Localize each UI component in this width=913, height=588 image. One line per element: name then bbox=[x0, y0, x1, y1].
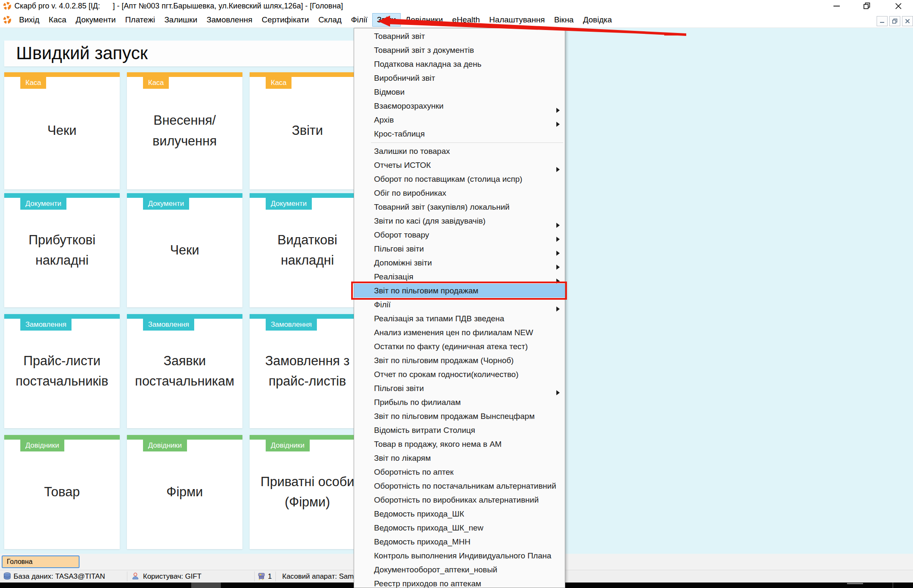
tile-Приватні особи (Фірми)[interactable]: ДовідникиПриватні особи (Фірми) bbox=[250, 435, 365, 549]
tile-Прайс-листи постачальників[interactable]: ЗамовленняПрайс-листи постачальників bbox=[4, 314, 120, 428]
menubar-item-Довідка[interactable]: Довідка bbox=[578, 13, 616, 27]
tile-category-bar bbox=[4, 435, 120, 440]
tile-label: Внесення/вилучення bbox=[131, 77, 238, 185]
menu-item[interactable]: Реестр приходов по аптекам bbox=[354, 577, 565, 588]
menu-item[interactable]: Податкова накладна за день bbox=[354, 57, 565, 71]
menu-item[interactable]: Ведомость прихода_ШК bbox=[354, 507, 565, 521]
menubar-item-eHealth[interactable]: eHealth bbox=[448, 13, 485, 27]
database-icon bbox=[3, 572, 11, 580]
menu-item[interactable]: Взаєморозрахунки bbox=[354, 99, 565, 113]
menu-item[interactable]: Звіт по пільговим продажам (Чорноб) bbox=[354, 353, 565, 367]
menu-item-label: Ведомость прихода_ШК_new bbox=[374, 523, 484, 532]
tile-Видаткові накладні[interactable]: ДокументиВидаткові накладні bbox=[250, 193, 365, 307]
minimize-button[interactable] bbox=[827, 0, 846, 12]
tile-Прибуткові накладні[interactable]: ДокументиПрибуткові накладні bbox=[4, 193, 120, 307]
menubar-item-Вікна[interactable]: Вікна bbox=[550, 13, 578, 27]
menubar-items: ВихідКасаДокументиПлатежіЗалишкиЗамовлен… bbox=[14, 12, 616, 28]
menu-item[interactable]: Крос-таблиця bbox=[354, 127, 565, 141]
app-logo-icon bbox=[3, 2, 11, 10]
menu-item-label: Крос-таблиця bbox=[374, 129, 425, 138]
menu-item[interactable]: Ведомость прихода_МНН bbox=[354, 535, 565, 549]
taskbar-app-button[interactable] bbox=[191, 583, 221, 588]
menubar-item-Сертифікати[interactable]: Сертифікати bbox=[257, 13, 314, 27]
tile-Фірми[interactable]: ДовідникиФірми bbox=[127, 435, 242, 549]
menu-item-label: Обіг по виробниках bbox=[374, 189, 446, 197]
menubar-item-Замовлення[interactable]: Замовлення bbox=[202, 13, 257, 27]
menu-item[interactable]: Ведомость прихода_ШК_new bbox=[354, 521, 565, 535]
menu-item[interactable]: Товарний звіт bbox=[354, 29, 565, 43]
menu-item[interactable]: Документооборот_аптеки_новый bbox=[354, 563, 565, 577]
taskbar-divider bbox=[893, 583, 893, 588]
menu-item[interactable]: Звіт по лікарям bbox=[354, 451, 565, 465]
menubar-item-Склад[interactable]: Склад bbox=[314, 13, 346, 27]
tab-home[interactable]: Головна bbox=[2, 555, 80, 568]
menu-item[interactable]: Товарний звіт з документів bbox=[354, 43, 565, 57]
menu-item-label: Контроль выполнения Индивидуального План… bbox=[374, 551, 551, 560]
mdi-restore-button[interactable] bbox=[889, 16, 900, 26]
tile-Чеки[interactable]: ДокументиЧеки bbox=[127, 193, 242, 307]
mdi-close-button[interactable] bbox=[902, 16, 913, 26]
tile-Чеки[interactable]: КасаЧеки bbox=[4, 72, 120, 189]
menu-item[interactable]: Оборотність по аптек bbox=[354, 465, 565, 479]
status-separator bbox=[254, 572, 255, 581]
menubar-item-Звіти[interactable]: Звіти bbox=[372, 13, 401, 27]
restore-button[interactable] bbox=[857, 0, 877, 12]
menubar-item-Вихід[interactable]: Вихід bbox=[14, 13, 44, 27]
menu-item[interactable]: Відмови bbox=[354, 85, 565, 99]
menu-item[interactable]: Допоміжні звіти bbox=[354, 256, 565, 270]
status-register-count: 1 bbox=[268, 572, 272, 581]
menu-item[interactable]: Отчеты ИСТОК bbox=[354, 158, 565, 172]
menubar-item-Довідники[interactable]: Довідники bbox=[401, 13, 448, 27]
menu-item[interactable]: Оборотність по виробниках альтернативний bbox=[354, 493, 565, 507]
menu-bar: ВихідКасаДокументиПлатежіЗалишкиЗамовлен… bbox=[0, 12, 913, 28]
menubar-item-Філії[interactable]: Філії bbox=[346, 13, 372, 27]
menu-item[interactable]: Оборотність по постачальникам альтернати… bbox=[354, 479, 565, 493]
menu-item-label: Звіт по лікарям bbox=[374, 454, 431, 462]
tile-Заявки постачальникам[interactable]: ЗамовленняЗаявки постачальникам bbox=[127, 314, 242, 428]
menu-item-label: Оборотність по виробниках альтернативний bbox=[374, 495, 539, 504]
menu-item[interactable]: Звіти по касі (для завідувачів) bbox=[354, 214, 565, 228]
menubar-item-Налаштування[interactable]: Налаштування bbox=[484, 13, 549, 27]
menu-item[interactable]: Товар в продажу, якого нема в АМ bbox=[354, 437, 565, 451]
tile-label: Приватні особи (Фірми) bbox=[254, 440, 361, 544]
menubar-item-Документи[interactable]: Документи bbox=[71, 13, 121, 27]
menu-item[interactable]: Контроль выполнения Индивидуального План… bbox=[354, 549, 565, 563]
menu-item-label: Товарний звіт з документів bbox=[374, 46, 474, 55]
status-separator bbox=[127, 572, 127, 581]
status-user: Користувач: GIFT bbox=[143, 572, 201, 581]
menu-item[interactable]: Отчет по срокам годности(количество) bbox=[354, 367, 565, 381]
annotation-highlight-box bbox=[351, 282, 567, 300]
menu-item-label: Виробничий звіт bbox=[374, 74, 435, 82]
menu-item[interactable]: Оборот по поставщикам (столица испр) bbox=[354, 172, 565, 186]
menu-item[interactable]: Анализ изменения цен по филиалам NEW bbox=[354, 325, 565, 339]
menu-item[interactable]: Пільгові звіти bbox=[354, 242, 565, 256]
tile-category-bar bbox=[127, 72, 242, 77]
tile-Внесення/вилучення[interactable]: КасаВнесення/вилучення bbox=[127, 72, 242, 189]
close-button[interactable] bbox=[888, 0, 908, 12]
menu-item[interactable]: Остатки по факту (единичная атека тест) bbox=[354, 339, 565, 353]
menu-item[interactable]: Прибыль по филиалам bbox=[354, 395, 565, 409]
menu-item-label: Податкова накладна за день bbox=[374, 60, 481, 68]
mdi-minimize-button[interactable] bbox=[877, 16, 888, 26]
status-separator bbox=[275, 572, 276, 581]
tile-Звіти[interactable]: КасаЗвіти bbox=[250, 72, 365, 189]
menu-item[interactable]: Відомість витрати Столиця bbox=[354, 423, 565, 437]
tile-category-bar bbox=[250, 435, 365, 440]
menu-item[interactable]: Звіт по пільговим продажам Вынспецфарм bbox=[354, 409, 565, 423]
menu-item[interactable]: Архів bbox=[354, 113, 565, 127]
user-icon bbox=[131, 572, 140, 580]
menu-item-label: Документооборот_аптеки_новый bbox=[374, 565, 497, 574]
menu-item[interactable]: Реалізація за типами ПДВ зведена bbox=[354, 312, 565, 325]
menubar-item-Платежі[interactable]: Платежі bbox=[121, 13, 160, 27]
menubar-item-Залишки[interactable]: Залишки bbox=[160, 13, 202, 27]
tile-Товар[interactable]: ДовідникиТовар bbox=[4, 435, 120, 549]
menu-item[interactable]: Пільгові звіти bbox=[354, 381, 565, 395]
menu-item[interactable]: Виробничий звіт bbox=[354, 71, 565, 85]
menu-item[interactable]: Залишки по товарах bbox=[354, 144, 565, 158]
menu-item-label: Архів bbox=[374, 115, 394, 124]
menubar-item-Каса[interactable]: Каса bbox=[44, 13, 71, 27]
menu-item[interactable]: Обіг по виробниках bbox=[354, 186, 565, 200]
menu-item[interactable]: Товарний звіт (закупівля) локальний bbox=[354, 200, 565, 214]
menu-item[interactable]: Оборот товару bbox=[354, 228, 565, 242]
tile-Замовлення з прайс-листів[interactable]: ЗамовленняЗамовлення з прайс-листів bbox=[250, 314, 365, 428]
